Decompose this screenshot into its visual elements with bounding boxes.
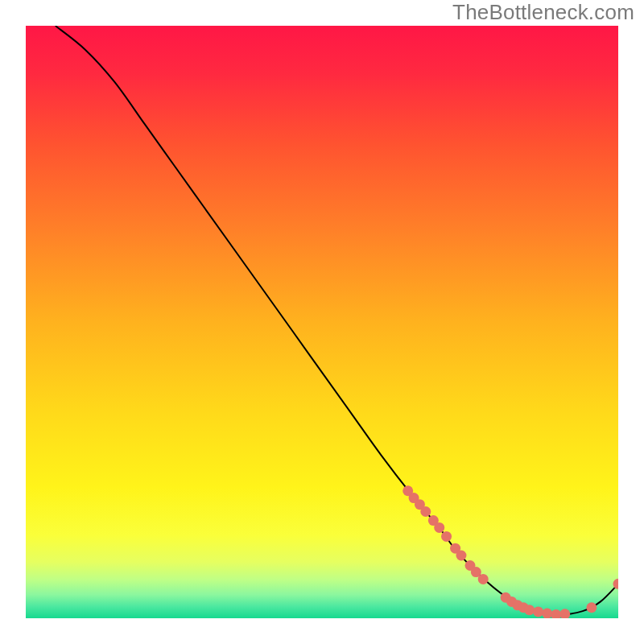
data-marker	[441, 531, 452, 542]
data-marker	[456, 550, 466, 560]
data-marker	[586, 602, 597, 613]
data-marker	[533, 606, 543, 617]
data-marker	[613, 579, 624, 589]
data-marker	[524, 605, 535, 615]
data-marker	[478, 574, 489, 584]
gradient-background	[26, 26, 618, 618]
data-marker	[434, 522, 444, 533]
data-marker	[420, 506, 431, 517]
watermark-text: TheBottleneck.com	[452, 0, 634, 25]
bottleneck-chart	[0, 0, 644, 644]
chart-frame: TheBottleneck.com	[0, 0, 644, 644]
data-marker	[542, 609, 552, 619]
data-marker	[559, 609, 570, 619]
data-marker	[551, 609, 561, 620]
